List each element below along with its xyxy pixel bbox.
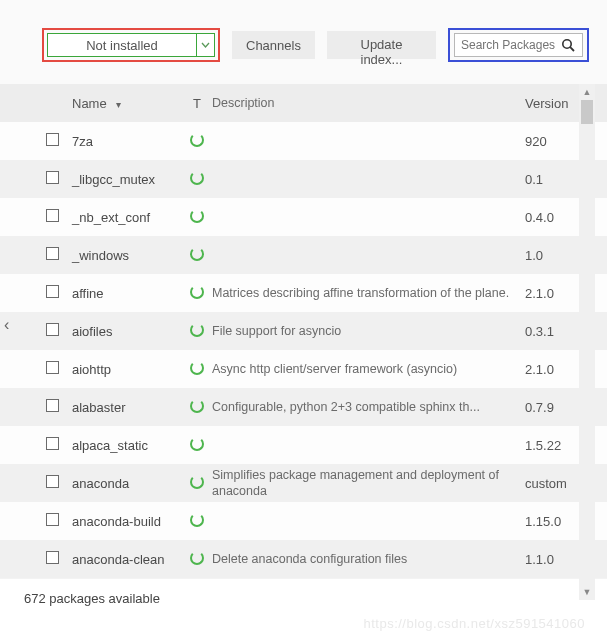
row-checkbox[interactable] <box>46 323 59 336</box>
loading-icon <box>190 133 204 147</box>
loading-icon <box>190 171 204 185</box>
package-name: alpaca_static <box>72 438 148 453</box>
table-row[interactable]: alpaca_static1.5.22 <box>0 426 607 464</box>
loading-icon <box>190 361 204 375</box>
search-highlight <box>448 28 589 62</box>
table-row[interactable]: _nb_ext_conf0.4.0 <box>0 198 607 236</box>
search-icon <box>561 38 576 53</box>
scroll-down-icon[interactable]: ▼ <box>579 584 595 600</box>
package-name: 7za <box>72 134 93 149</box>
loading-icon <box>190 247 204 261</box>
filter-label: Not installed <box>48 38 196 53</box>
loading-icon <box>190 323 204 337</box>
loading-icon <box>190 475 204 489</box>
package-description: File support for asyncio <box>212 323 525 339</box>
update-index-button[interactable]: Update index... <box>327 31 436 59</box>
package-list: 7za920_libgcc_mutex0.1_nb_ext_conf0.4.0_… <box>0 122 607 578</box>
loading-icon <box>190 399 204 413</box>
sort-indicator-icon: ▾ <box>116 99 121 110</box>
package-name: alabaster <box>72 400 125 415</box>
watermark: https://blog.csdn.net/xsz591541060 <box>363 616 585 631</box>
row-checkbox[interactable] <box>46 133 59 146</box>
table-row[interactable]: aiofilesFile support for asyncio0.3.1 <box>0 312 607 350</box>
loading-icon <box>190 437 204 451</box>
package-name: anaconda-build <box>72 514 161 529</box>
package-name: _nb_ext_conf <box>72 210 150 225</box>
table-row[interactable]: 7za920 <box>0 122 607 160</box>
package-description: Async http client/server framework (asyn… <box>212 361 525 377</box>
table-row[interactable]: anaconda-build1.15.0 <box>0 502 607 540</box>
table-row[interactable]: anaconda-cleanDelete anaconda configurat… <box>0 540 607 578</box>
row-checkbox[interactable] <box>46 171 59 184</box>
vertical-scrollbar[interactable]: ▲ ▼ <box>579 84 595 600</box>
package-name: anaconda <box>72 476 129 491</box>
column-type[interactable]: T <box>182 96 212 111</box>
filter-dropdown[interactable]: Not installed <box>47 33 215 57</box>
table-row[interactable]: _libgcc_mutex0.1 <box>0 160 607 198</box>
table-header: Name ▾ T Description Version <box>0 84 607 122</box>
search-input[interactable] <box>461 38 561 52</box>
package-name: _windows <box>72 248 129 263</box>
package-name: aiohttp <box>72 362 111 377</box>
row-checkbox[interactable] <box>46 285 59 298</box>
package-name: _libgcc_mutex <box>72 172 155 187</box>
loading-icon <box>190 551 204 565</box>
row-checkbox[interactable] <box>46 475 59 488</box>
svg-point-0 <box>563 39 571 47</box>
scroll-up-icon[interactable]: ▲ <box>579 84 595 100</box>
package-name: anaconda-clean <box>72 552 165 567</box>
scroll-thumb[interactable] <box>581 100 593 124</box>
table-row[interactable]: aiohttpAsync http client/server framewor… <box>0 350 607 388</box>
column-name[interactable]: Name ▾ <box>72 96 182 111</box>
toolbar: Not installed Channels Update index... <box>0 0 607 84</box>
chevron-down-icon[interactable] <box>196 34 214 56</box>
table-row[interactable]: affineMatrices describing affine transfo… <box>0 274 607 312</box>
table-row[interactable]: anacondaSimplifies package management an… <box>0 464 607 502</box>
collapse-handle-icon[interactable]: ‹ <box>4 316 18 334</box>
loading-icon <box>190 209 204 223</box>
row-checkbox[interactable] <box>46 209 59 222</box>
loading-icon <box>190 513 204 527</box>
package-name: aiofiles <box>72 324 112 339</box>
row-checkbox[interactable] <box>46 361 59 374</box>
row-checkbox[interactable] <box>46 399 59 412</box>
channels-button[interactable]: Channels <box>232 31 315 59</box>
search-input-container[interactable] <box>454 33 583 57</box>
package-description: Simplifies package management and deploy… <box>212 467 525 500</box>
status-text: 672 packages available <box>24 591 160 606</box>
svg-line-1 <box>570 47 574 51</box>
row-checkbox[interactable] <box>46 551 59 564</box>
status-bar: 672 packages available <box>0 578 607 618</box>
row-checkbox[interactable] <box>46 247 59 260</box>
row-checkbox[interactable] <box>46 437 59 450</box>
table-row[interactable]: _windows1.0 <box>0 236 607 274</box>
package-description: Delete anaconda configuration files <box>212 551 525 567</box>
package-description: Configurable, python 2+3 compatible sphi… <box>212 399 525 415</box>
row-checkbox[interactable] <box>46 513 59 526</box>
package-name: affine <box>72 286 104 301</box>
filter-highlight: Not installed <box>42 28 220 62</box>
column-description[interactable]: Description <box>212 95 525 111</box>
table-row[interactable]: alabasterConfigurable, python 2+3 compat… <box>0 388 607 426</box>
package-description: Matrices describing affine transformatio… <box>212 285 525 301</box>
loading-icon <box>190 285 204 299</box>
